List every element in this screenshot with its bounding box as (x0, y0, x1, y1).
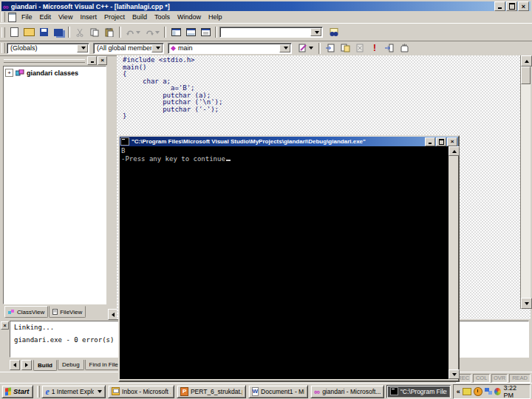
scroll-thumb[interactable] (521, 66, 531, 84)
menu-grip[interactable] (1, 12, 5, 22)
scroll-down-icon (452, 373, 457, 376)
console-minimize-button[interactable] (425, 137, 435, 146)
compile-button[interactable] (323, 41, 338, 55)
menu-file[interactable]: File (18, 12, 36, 22)
workspace-minibar[interactable]: × (1, 56, 108, 65)
taskbar-grip[interactable] (37, 386, 41, 398)
console-close-button[interactable]: × (447, 137, 457, 146)
taskbar-button-console[interactable]: "C:\Program Files... (386, 385, 451, 398)
find-in-files-button[interactable] (327, 26, 341, 39)
console-vscrollbar[interactable] (449, 146, 458, 379)
member-combobox[interactable]: main (168, 43, 292, 54)
output-toggle-button[interactable] (183, 26, 198, 39)
paste-button[interactable] (102, 26, 117, 39)
taskbar-button-ie[interactable]: e 1 Internet Explorer (41, 385, 106, 398)
workspace-minimize-button[interactable] (87, 56, 97, 65)
find-combobox[interactable] (219, 27, 323, 38)
tab-classview[interactable]: ClassView (4, 306, 48, 318)
minimize-button[interactable] (494, 1, 505, 11)
app-icon[interactable]: ∞ (3, 3, 9, 10)
console-restore-button[interactable] (436, 137, 446, 146)
menu-window[interactable]: Window (174, 12, 205, 22)
tabs-scroll-left-button[interactable] (10, 360, 20, 370)
tray-chevron-icon[interactable]: « (457, 388, 460, 395)
toolbar-separator (119, 27, 121, 38)
close-button[interactable]: × (518, 1, 529, 11)
menu-project[interactable]: Project (100, 12, 129, 22)
minimize-icon (498, 7, 502, 9)
execute-program-button[interactable]: ! (367, 41, 382, 55)
save-all-button[interactable] (51, 26, 66, 39)
app-title-bar[interactable]: ∞ giandari - Microsoft Visual C++ - [lat… (1, 1, 531, 11)
tray-network-icon[interactable] (485, 388, 492, 395)
class-combobox[interactable]: (Globals) (7, 43, 89, 54)
toolbar-grip[interactable] (1, 27, 5, 38)
find-dropdown-button[interactable] (310, 28, 321, 36)
status-col: COL (473, 374, 489, 383)
toolbar-grip[interactable] (1, 43, 5, 53)
cut-button[interactable] (72, 26, 87, 39)
copy-icon (90, 28, 99, 37)
taskbar-button-powerpoint[interactable]: P PERT_6_strukdat.pot (177, 385, 245, 398)
console-cursor (226, 160, 231, 161)
tab-build[interactable]: Build (33, 360, 57, 371)
workspace-grip[interactable] (4, 59, 85, 63)
new-file-button[interactable] (7, 26, 21, 39)
go-button[interactable] (382, 41, 397, 55)
console-title-bar[interactable]: "C:\Program Files\Microsoft Visual Studi… (120, 137, 458, 146)
menu-help[interactable]: Help (205, 12, 226, 22)
restore-button[interactable] (506, 1, 517, 11)
taskbar-button-inbox[interactable]: Inbox - Microsoft ... (108, 385, 174, 398)
wizard-dropdown-icon (309, 47, 313, 50)
scroll-down-button[interactable] (449, 369, 460, 379)
tray-mail-icon[interactable] (463, 388, 471, 395)
tray-clock-icon[interactable] (474, 387, 482, 396)
member-dropdown-button[interactable] (279, 44, 290, 52)
undo-button[interactable] (123, 26, 143, 39)
scroll-up-button[interactable] (449, 146, 460, 156)
toolbar-separator (318, 43, 321, 54)
new-file-icon (10, 27, 18, 37)
expand-plus-icon[interactable]: + (5, 69, 13, 77)
redo-button[interactable] (143, 26, 162, 39)
tabs-scroll-right-button[interactable] (21, 360, 32, 370)
scroll-down-button[interactable] (521, 298, 532, 309)
save-button[interactable] (36, 26, 51, 39)
class-dropdown-button[interactable] (77, 44, 88, 52)
console-screen[interactable]: B -Press any key to continue (120, 146, 449, 379)
document-icon[interactable] (8, 13, 16, 22)
open-button[interactable] (21, 26, 36, 39)
pane-splitter[interactable] (108, 56, 117, 319)
output-close-button[interactable]: × (1, 321, 9, 330)
wizardbar-action-button[interactable] (296, 41, 316, 55)
breakpoint-button[interactable] (397, 41, 412, 55)
code-text[interactable]: #include <stdio.h> main() { char a; a='B… (117, 55, 531, 120)
classview-tree[interactable]: + giandari classes (3, 66, 106, 304)
console-icon[interactable] (120, 137, 129, 146)
build-button[interactable] (338, 41, 352, 55)
taskbar-button-vcpp[interactable]: ∞ giandari - Microsoft... (310, 385, 384, 398)
filter-combobox[interactable]: (All global members) (93, 43, 164, 54)
menu-tools[interactable]: Tools (151, 12, 174, 22)
scroll-up-button[interactable] (521, 55, 532, 66)
tray-messenger-icon[interactable] (494, 388, 501, 395)
window-list-button[interactable] (198, 26, 213, 39)
tab-fileview[interactable]: FileView (49, 306, 86, 318)
copy-button[interactable] (87, 26, 102, 39)
start-button[interactable]: Start (1, 385, 33, 398)
stop-build-button[interactable] (352, 41, 367, 55)
filter-dropdown-button[interactable] (151, 44, 163, 52)
editor-vscrollbar[interactable] (520, 55, 531, 309)
output-grip[interactable]: × (1, 321, 9, 369)
workspace-close-button[interactable]: × (98, 56, 107, 65)
system-tray: « 3:22 PM (453, 384, 531, 399)
workspace-toggle-button[interactable] (168, 26, 183, 39)
menu-insert[interactable]: Insert (76, 12, 100, 22)
menu-build[interactable]: Build (129, 12, 151, 22)
taskbar-button-word[interactable]: W Document1 - Micro... (248, 385, 309, 398)
tree-root-item[interactable]: + giandari classes (5, 69, 104, 77)
close-icon: × (451, 139, 454, 145)
menu-view[interactable]: View (55, 12, 76, 22)
tab-debug[interactable]: Debug (58, 360, 84, 370)
menu-edit[interactable]: Edit (36, 12, 55, 22)
